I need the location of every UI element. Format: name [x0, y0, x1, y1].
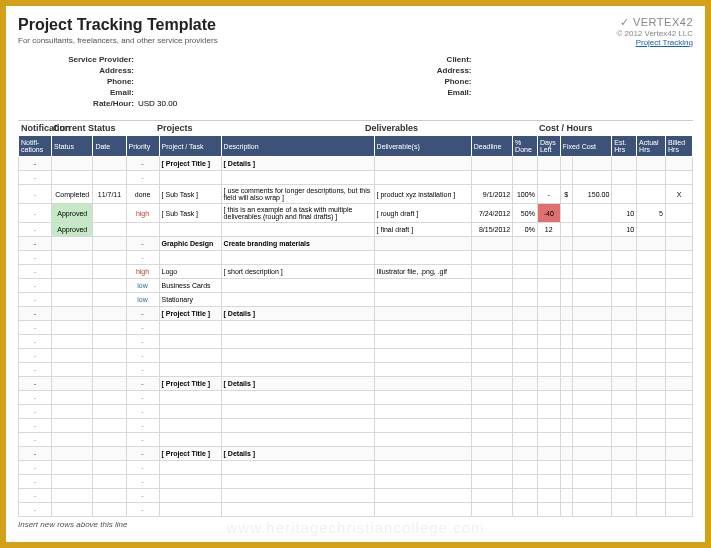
val-provider-address[interactable]	[138, 66, 356, 77]
grp-cost: Cost / Hours	[536, 121, 693, 135]
val-provider-phone[interactable]	[138, 77, 356, 88]
table-row[interactable]: --	[19, 335, 693, 349]
table-row[interactable]: -lowBusiness Cards	[19, 279, 693, 293]
lbl-client: Client:	[356, 55, 476, 66]
val-client-email[interactable]	[476, 88, 694, 99]
table-row[interactable]: --Graphic DesignCreate branding material…	[19, 237, 693, 251]
table-row[interactable]: --	[19, 251, 693, 265]
provider-client-row: Service Provider: Address: Phone: Email:…	[18, 55, 693, 110]
table-row[interactable]: --	[19, 475, 693, 489]
th-task: Project / Task	[159, 136, 221, 157]
tracking-table: Notifi- cations Status Date Priority Pro…	[18, 135, 693, 517]
provider-col: Service Provider: Address: Phone: Email:…	[18, 55, 356, 110]
val-client-phone[interactable]	[476, 77, 694, 88]
table-row[interactable]: --	[19, 489, 693, 503]
vertex42-logo: ✓ VERTEX42	[616, 16, 693, 29]
grp-notification: Notification	[18, 121, 50, 135]
grp-status: Current Status	[50, 121, 154, 135]
header-row: Project Tracking Template For consultant…	[18, 16, 693, 47]
val-service-provider[interactable]	[138, 55, 356, 66]
th-deadline: Deadline	[471, 136, 512, 157]
th-notif: Notifi- cations	[19, 136, 52, 157]
table-row[interactable]: --[ Project Title ][ Details ]	[19, 447, 693, 461]
table-row[interactable]: --[ Project Title ][ Details ]	[19, 307, 693, 321]
page-subtitle: For consultants, freelancers, and other …	[18, 36, 218, 45]
lbl-service-provider: Service Provider:	[18, 55, 138, 66]
lbl-client-phone: Phone:	[356, 77, 476, 88]
th-deliv: Deliverable(s)	[374, 136, 471, 157]
th-act: Actual Hrs	[637, 136, 666, 157]
table-row[interactable]: -Approvedhigh[ Sub Task ][ this is an ex…	[19, 204, 693, 223]
th-days: Days Left	[537, 136, 560, 157]
th-date: Date	[93, 136, 126, 157]
table-row[interactable]: -lowStationary	[19, 293, 693, 307]
grp-deliverables: Deliverables	[362, 121, 536, 135]
logo-block: ✓ VERTEX42 © 2012 Vertex42 LLC Project T…	[616, 16, 693, 47]
th-pct: % Done	[513, 136, 538, 157]
watermark: www.heritagechristiancollege.com	[6, 519, 705, 536]
copyright-text: © 2012 Vertex42 LLC	[616, 29, 693, 38]
val-client[interactable]	[476, 55, 694, 66]
table-row[interactable]: --	[19, 391, 693, 405]
table-row[interactable]: --	[19, 405, 693, 419]
table-row[interactable]: --[ Project Title ][ Details ]	[19, 377, 693, 391]
table-row[interactable]: --	[19, 171, 693, 185]
table-row[interactable]: --	[19, 363, 693, 377]
project-tracking-link[interactable]: Project Tracking	[636, 38, 693, 47]
lbl-client-email: Email:	[356, 88, 476, 99]
th-bill: Billed Hrs	[666, 136, 693, 157]
table-row[interactable]: --	[19, 461, 693, 475]
table-row[interactable]: --	[19, 419, 693, 433]
th-fixed: Fixed Cost	[560, 136, 612, 157]
th-desc: Description	[221, 136, 374, 157]
table-header: Notifi- cations Status Date Priority Pro…	[19, 136, 693, 157]
title-block: Project Tracking Template For consultant…	[18, 16, 218, 45]
lbl-rate: Rate/Hour:	[18, 99, 138, 110]
th-status: Status	[52, 136, 93, 157]
table-row[interactable]: --	[19, 349, 693, 363]
table-row[interactable]: --	[19, 321, 693, 335]
table-row[interactable]: -Approved[ final draft ]8/15/20120%1210	[19, 223, 693, 237]
table-row[interactable]: --	[19, 433, 693, 447]
table-row[interactable]: --	[19, 503, 693, 517]
table-row[interactable]: -highLogo[ short description ]Illustrato…	[19, 265, 693, 279]
lbl-provider-phone: Phone:	[18, 77, 138, 88]
table-row[interactable]: --[ Project Title ][ Details ]	[19, 157, 693, 171]
val-provider-email[interactable]	[138, 88, 356, 99]
table-body: --[ Project Title ][ Details ]---Complet…	[19, 157, 693, 517]
client-col: Client: Address: Phone: Email:	[356, 55, 694, 110]
lbl-client-address: Address:	[356, 66, 476, 77]
th-est: Est. Hrs	[612, 136, 637, 157]
group-headers: Notification Current Status Projects Del…	[18, 120, 693, 135]
page-title: Project Tracking Template	[18, 16, 218, 34]
lbl-provider-address: Address:	[18, 66, 138, 77]
table-row[interactable]: -Completed11/7/11done[ Sub Task ][ use c…	[19, 185, 693, 204]
val-rate[interactable]: USD 30.00	[138, 99, 356, 110]
th-priority: Priority	[126, 136, 159, 157]
template-frame: Project Tracking Template For consultant…	[0, 0, 711, 548]
grp-projects: Projects	[154, 121, 362, 135]
lbl-provider-email: Email:	[18, 88, 138, 99]
val-client-address[interactable]	[476, 66, 694, 77]
